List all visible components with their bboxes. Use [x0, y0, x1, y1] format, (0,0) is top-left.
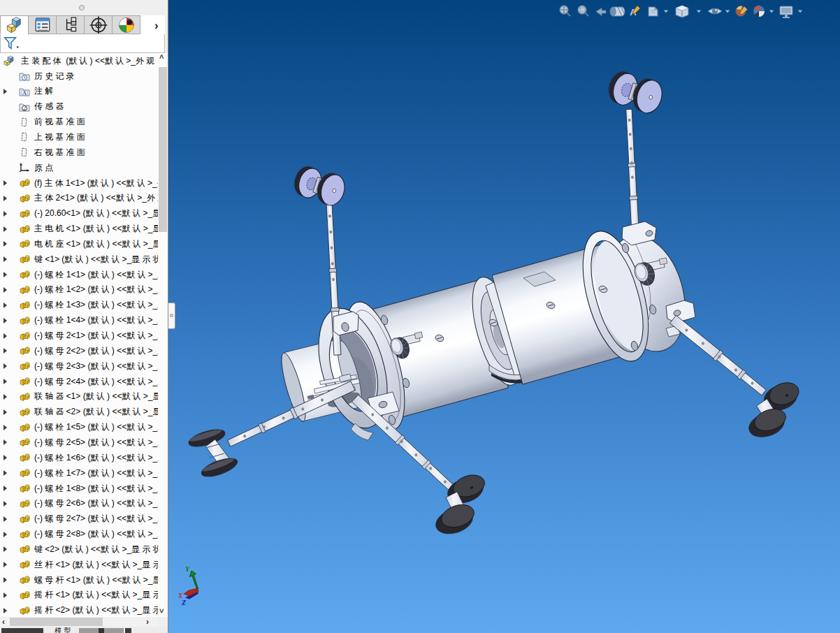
- svg-text:A: A: [22, 90, 27, 96]
- svg-text:Y: Y: [185, 565, 190, 573]
- svg-text:Z: Z: [181, 599, 186, 606]
